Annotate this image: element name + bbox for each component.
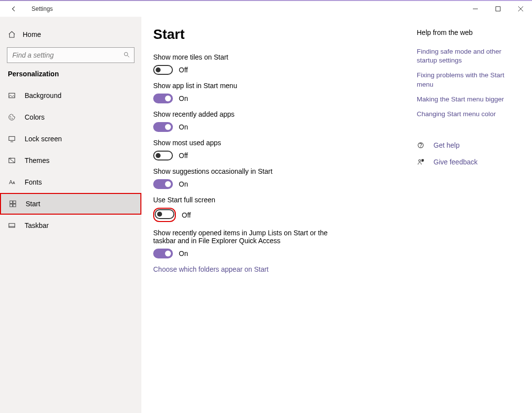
sidebar-item-label: Taskbar (25, 222, 49, 229)
sidebar: Home Personalization Background Colors L… (0, 17, 141, 413)
themes-icon (8, 157, 16, 164)
toggle-more-tiles[interactable] (153, 65, 173, 75)
sidebar-item-lockscreen[interactable]: Lock screen (0, 128, 141, 150)
arrow-left-icon (10, 5, 17, 12)
highlighted-toggle-wrap (153, 208, 176, 222)
setting-label: Show most used apps (153, 139, 409, 147)
taskbar-icon (8, 222, 16, 229)
home-label: Home (23, 31, 41, 38)
svg-rect-0 (496, 7, 500, 11)
give-feedback-action[interactable]: Give feedback (417, 158, 520, 166)
setting-jumplists: Show recently opened items in Jump Lists… (153, 229, 409, 258)
toggle-state: On (179, 250, 188, 257)
svg-rect-10 (10, 204, 12, 207)
palette-icon (8, 113, 16, 121)
minimize-button[interactable] (464, 1, 487, 17)
toggle-suggestions[interactable] (153, 179, 173, 189)
sidebar-item-label: Background (25, 92, 62, 99)
sidebar-item-colors[interactable]: Colors (0, 106, 141, 128)
maximize-icon (496, 6, 500, 11)
sidebar-item-label: Fonts (25, 178, 42, 186)
back-button[interactable] (6, 1, 22, 17)
setting-recently-added: Show recently added apps On (153, 110, 409, 132)
help-icon (417, 141, 425, 149)
window-title: Settings (32, 5, 53, 12)
setting-more-tiles: Show more tiles on Start Off (153, 53, 409, 75)
setting-suggestions: Show suggestions occasionally in Start O… (153, 167, 409, 189)
setting-label: Show recently opened items in Jump Lists… (153, 229, 350, 245)
sidebar-item-taskbar[interactable]: Taskbar (0, 215, 141, 236)
setting-app-list: Show app list in Start menu On (153, 82, 409, 103)
setting-fullscreen: Use Start full screen Off (153, 196, 409, 222)
search-input[interactable] (11, 51, 106, 60)
get-help-label: Get help (433, 141, 460, 149)
toggle-state: Off (179, 152, 188, 159)
close-icon (518, 6, 523, 11)
setting-label: Show more tiles on Start (153, 53, 409, 61)
search-icon (123, 51, 130, 60)
close-button[interactable] (509, 1, 532, 17)
toggle-fullscreen[interactable] (155, 209, 174, 219)
get-help-action[interactable]: Get help (417, 141, 520, 149)
toggle-recently-added[interactable] (153, 122, 173, 132)
svg-rect-6 (9, 136, 15, 140)
feedback-icon (417, 158, 425, 166)
setting-label: Use Start full screen (153, 196, 409, 204)
sidebar-item-start[interactable]: Start (0, 193, 141, 215)
start-icon (9, 200, 17, 208)
help-link-startmenu-color[interactable]: Changing Start menu color (417, 110, 520, 119)
sidebar-item-fonts[interactable]: Fonts (0, 171, 141, 193)
toggle-app-list[interactable] (153, 94, 173, 103)
toggle-most-used[interactable] (153, 151, 173, 160)
titlebar: Settings (0, 1, 532, 17)
help-panel: Help from the web Finding safe mode and … (417, 27, 520, 403)
home-nav[interactable]: Home (0, 26, 141, 43)
lockscreen-icon (8, 135, 16, 143)
svg-rect-8 (10, 201, 12, 203)
home-icon (8, 31, 16, 38)
picture-icon (8, 92, 16, 99)
sidebar-item-label: Themes (25, 157, 50, 164)
help-title: Help from the web (417, 29, 520, 36)
svg-point-3 (10, 116, 11, 117)
sidebar-item-label: Colors (25, 113, 44, 121)
setting-label: Show app list in Start menu (153, 82, 409, 90)
svg-point-15 (419, 160, 421, 162)
section-header: Personalization (0, 70, 141, 85)
setting-most-used: Show most used apps Off (153, 139, 409, 160)
help-link-startmenu-bigger[interactable]: Making the Start menu bigger (417, 95, 520, 104)
svg-rect-12 (9, 223, 15, 227)
maximize-button[interactable] (487, 1, 509, 17)
svg-point-14 (420, 147, 421, 147)
give-feedback-label: Give feedback (433, 158, 478, 166)
sidebar-item-label: Lock screen (25, 135, 62, 143)
fonts-icon (8, 178, 16, 186)
toggle-state: Off (182, 211, 191, 219)
toggle-state: Off (179, 66, 188, 74)
toggle-state: On (179, 180, 188, 188)
setting-label: Show suggestions occasionally in Start (153, 167, 409, 175)
setting-label: Show recently added apps (153, 110, 409, 118)
help-link-safemode[interactable]: Finding safe mode and other startup sett… (417, 47, 520, 65)
svg-point-1 (124, 52, 128, 56)
toggle-state: On (179, 123, 188, 131)
svg-rect-11 (13, 204, 16, 207)
svg-point-5 (12, 118, 13, 119)
search-box[interactable] (7, 47, 134, 63)
sidebar-item-themes[interactable]: Themes (0, 150, 141, 171)
minimize-icon (473, 6, 478, 11)
toggle-jumplists[interactable] (153, 249, 173, 258)
help-link-startmenu-problems[interactable]: Fixing problems with the Start menu (417, 71, 520, 89)
sidebar-item-background[interactable]: Background (0, 85, 141, 106)
sidebar-item-label: Start (26, 200, 40, 208)
svg-rect-9 (13, 201, 16, 203)
main-content: Start Show more tiles on Start Off Show … (141, 17, 532, 413)
toggle-state: On (179, 95, 188, 102)
svg-rect-2 (9, 93, 15, 97)
page-title: Start (153, 27, 409, 42)
folders-link[interactable]: Choose which folders appear on Start (153, 265, 409, 273)
svg-point-4 (10, 118, 11, 118)
